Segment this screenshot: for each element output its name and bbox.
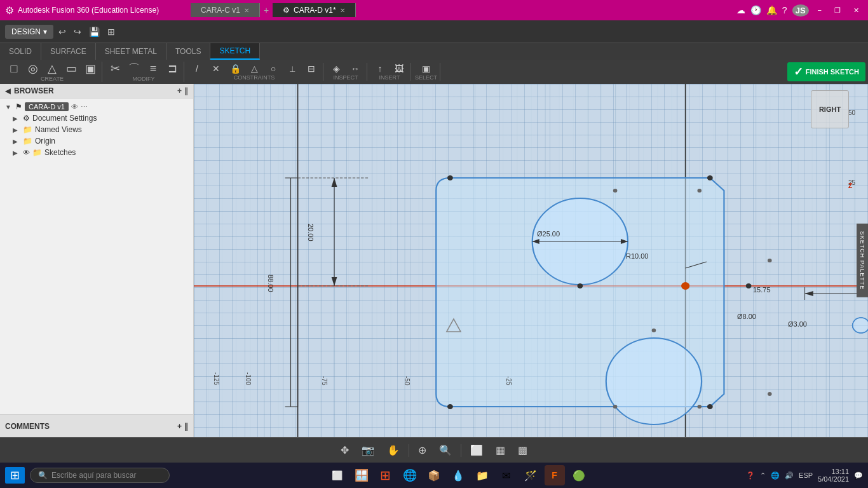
orbit-button[interactable]: ✋ (383, 442, 403, 459)
zoom-fit-button[interactable]: ⊕ (414, 442, 430, 459)
browser-prev-icon[interactable]: ◀ (5, 87, 10, 95)
svg-point-42 (853, 318, 868, 333)
browser-add-icon[interactable]: + (177, 86, 182, 95)
tab-cara-d-label: CARA-D v1* (294, 6, 336, 15)
insert-image-button[interactable]: 🖼 (390, 63, 408, 74)
chevron-icon[interactable]: ⌃ (760, 471, 766, 480)
point-tool-button[interactable]: ▣ (81, 62, 99, 76)
tab-surface[interactable]: SURFACE (41, 43, 96, 60)
tree-item-origin[interactable]: ▶ 📁 Origin (0, 135, 193, 147)
add-tab-button[interactable]: + (260, 5, 273, 15)
circle-tool-button[interactable]: ◎ (24, 62, 42, 76)
named-views-label: Named Views (35, 125, 188, 134)
project-button[interactable]: ⊐ (163, 62, 181, 76)
finish-check-icon: ✓ (794, 65, 803, 79)
help-taskbar-icon[interactable]: ❓ (746, 471, 755, 480)
tree-item-sketches[interactable]: ▶ 👁 📁 Sketches (0, 147, 193, 158)
tab-cara-c[interactable]: CARA-C v1 ✕ (191, 3, 260, 17)
comments-label: COMMENTS (5, 422, 50, 431)
axis-label-50: 50 (848, 109, 855, 116)
cloud-icon[interactable]: ☁ (736, 5, 745, 15)
taskbar-app-magic[interactable]: 🪄 (520, 465, 541, 485)
taskbar-app-explorer[interactable]: 📁 (472, 465, 492, 485)
taskbar-app-f360[interactable]: F (545, 465, 565, 485)
notification-icon[interactable]: 🔔 (766, 5, 777, 15)
search-bar[interactable]: 🔍 Escribe aquí para buscar (30, 468, 170, 483)
canvas-area[interactable]: Ø25.00 R10.00 20.00 88.00 15.75 Ø8.00 Ø3… (194, 84, 868, 437)
history-icon[interactable]: 🕐 (750, 5, 761, 15)
taskbar-apps: ⬜ 🪟 ⊞ 🌐 📦 💧 📁 ✉ 🪄 F 🟢 (175, 465, 741, 485)
svg-point-14 (577, 283, 583, 288)
taskbar: ⊞ 🔍 Escribe aquí para buscar ⬜ 🪟 ⊞ 🌐 📦 💧… (0, 463, 868, 488)
comments-collapse-icon[interactable]: ‖ (184, 422, 188, 431)
tab-solid[interactable]: SOLID (0, 43, 41, 60)
help-icon[interactable]: ? (782, 5, 787, 15)
triangle-tool-button[interactable]: △ (43, 62, 61, 76)
design-arrow-icon: ▾ (43, 27, 47, 36)
close-cara-c-icon[interactable]: ✕ (244, 7, 249, 14)
perp-button[interactable]: ⟂ (283, 63, 301, 74)
taskbar-app-windows[interactable]: 🪟 (351, 465, 372, 485)
comments-add-icon[interactable]: + (177, 422, 182, 431)
svg-point-36 (697, 189, 702, 193)
concentric-button[interactable]: ○ (264, 63, 282, 74)
tangent-button[interactable]: △ (245, 63, 263, 74)
fillet-button[interactable]: ⌒ (125, 62, 143, 76)
camera-button[interactable]: 📷 (358, 442, 378, 459)
start-button[interactable]: ⊞ (5, 467, 25, 484)
measure-button[interactable]: ◈ (327, 63, 345, 74)
design-dropdown[interactable]: DESIGN ▾ (5, 25, 53, 39)
doc-settings-label: Document Settings (32, 114, 188, 123)
close-cara-d-icon[interactable]: ✕ (340, 7, 345, 14)
browser-collapse-icon[interactable]: ‖ (184, 86, 188, 95)
display-mode-button[interactable]: ⬜ (466, 442, 487, 459)
line-tool-button[interactable]: □ (5, 62, 23, 76)
svg-point-35 (613, 189, 618, 193)
settings-icon-root[interactable]: ⋯ (81, 103, 88, 111)
user-icon[interactable]: JS (792, 4, 809, 17)
modify-label: MODIFY (106, 76, 181, 82)
tree-item-named-views[interactable]: ▶ 📁 Named Views (0, 124, 193, 135)
midpoint-button[interactable]: ⊟ (302, 63, 320, 74)
view-cube[interactable]: RIGHT (811, 90, 849, 128)
tree-item-root[interactable]: ▼ ⚑ CARA-D v1 👁 ⋯ (0, 101, 193, 112)
close-button[interactable]: ✕ (850, 5, 863, 16)
insert-dxf-button[interactable]: ↑ (371, 63, 389, 74)
tab-sheet-metal[interactable]: SHEET METAL (96, 43, 166, 60)
taskbar-app-mail[interactable]: ✉ (496, 465, 517, 485)
redo-button[interactable]: ↪ (71, 25, 84, 38)
rect-tool-button[interactable]: ▭ (62, 62, 80, 76)
taskbar-task-view[interactable]: ⬜ (327, 465, 348, 485)
pan-button[interactable]: ✥ (337, 442, 353, 459)
maximize-button[interactable]: ❐ (831, 5, 844, 16)
dimension-button[interactable]: ↔ (346, 63, 364, 74)
taskbar-app-dropbox[interactable]: 💧 (448, 465, 468, 485)
eye-icon-root[interactable]: 👁 (71, 103, 78, 111)
display-settings-button[interactable]: ▩ (514, 442, 531, 459)
collinear-button[interactable]: ✕ (207, 63, 225, 74)
grid-icon[interactable]: ⊞ (105, 25, 118, 38)
tree-item-doc-settings[interactable]: ▶ ⚙ Document Settings (0, 112, 193, 124)
taskbar-app-edge[interactable]: 🌐 (400, 465, 420, 485)
trim-button[interactable]: ✂ (106, 62, 124, 76)
sketch-palette-tab[interactable]: SKETCH PALETTE (857, 224, 868, 297)
undo-button[interactable]: ↩ (56, 25, 69, 38)
zoom-button[interactable]: 🔍 (435, 442, 456, 459)
coincident-button[interactable]: / (188, 63, 206, 74)
grid-button[interactable]: ▦ (492, 442, 509, 459)
finish-sketch-button[interactable]: ✓ FINISH SKETCH (787, 62, 865, 81)
notification-center-icon[interactable]: 💬 (854, 471, 863, 480)
offset-button[interactable]: ≡ (144, 62, 162, 76)
taskbar-app-chrome[interactable]: 🟢 (569, 465, 589, 485)
lock-button[interactable]: 🔒 (226, 63, 244, 74)
taskbar-app-microsoft[interactable]: ⊞ (376, 465, 396, 485)
tab-cara-d[interactable]: ⚙ CARA-D v1* ✕ (273, 3, 356, 17)
minimize-button[interactable]: − (814, 5, 825, 15)
taskbar-app-store[interactable]: 📦 (424, 465, 444, 485)
sketches-label: Sketches (44, 148, 188, 157)
select-button[interactable]: ▣ (417, 63, 435, 74)
tab-sketch[interactable]: SKETCH (210, 43, 260, 60)
save-button[interactable]: 💾 (86, 25, 102, 38)
tab-tools[interactable]: TOOLS (166, 43, 210, 60)
dim-d25: Ø25.00 (537, 230, 560, 238)
